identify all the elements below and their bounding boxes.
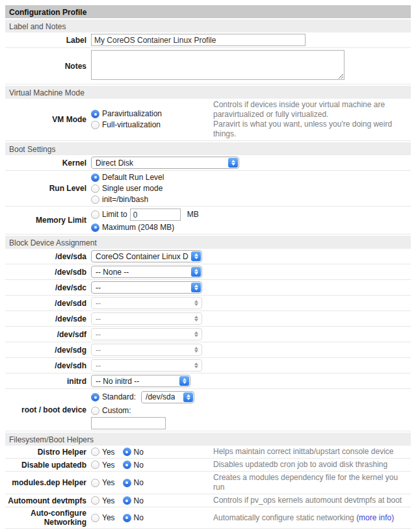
run-level-option-label: Single user mode bbox=[102, 184, 162, 194]
vm-mode-help-line2: Paravirt is what you want, unless you're… bbox=[213, 120, 411, 139]
no-label: No bbox=[134, 496, 144, 505]
radio-custom[interactable] bbox=[91, 407, 99, 415]
sde-select-value: -- bbox=[96, 314, 101, 323]
yes-label: Yes bbox=[102, 478, 115, 487]
auto-configure-networking-label: Auto-configure Networking bbox=[5, 509, 91, 527]
modules-dep-helper-label: modules.dep Helper bbox=[5, 478, 91, 487]
sdd-select-value: -- bbox=[96, 299, 101, 308]
sdh-select-value: -- bbox=[96, 361, 101, 370]
kernel-select-value: Direct Disk bbox=[96, 158, 133, 168]
disable-updatedb-label: Disable updatedb bbox=[5, 461, 91, 470]
radio-automount-yes[interactable] bbox=[91, 496, 99, 505]
section-label-and-notes: Label and Notes bbox=[5, 19, 411, 32]
device-row-sda: /dev/sda CoreOS Container Linux Disk bbox=[5, 249, 411, 264]
disable-updatedb-help: Disables updatedb cron job to avoid disk… bbox=[213, 460, 411, 470]
memory-limit-option-maximum[interactable]: Maximum (2048 MB) bbox=[91, 222, 411, 233]
device-label: /dev/sdf bbox=[5, 330, 91, 339]
radio-limit-to[interactable] bbox=[91, 210, 99, 219]
select-stepper-icon bbox=[191, 251, 201, 261]
radio-single-user-mode[interactable] bbox=[91, 184, 99, 193]
custom-label: Custom: bbox=[102, 406, 131, 416]
label-input[interactable] bbox=[91, 34, 306, 46]
root-option-standard[interactable]: Standard: /dev/sda bbox=[91, 390, 411, 404]
sdg-select-value: -- bbox=[96, 346, 101, 355]
section-filesystem-boot-helpers: Filesystem/Boot Helpers bbox=[5, 433, 411, 446]
run-level-option-default[interactable]: Default Run Level bbox=[91, 172, 411, 183]
radio-disable-updatedb-no[interactable] bbox=[123, 461, 131, 469]
automount-devtmpfs-row: Automount devtmpfs Yes No Controls if pv… bbox=[5, 494, 411, 507]
select-stepper-icon bbox=[191, 345, 201, 355]
run-level-row: Run Level Default Run Level Single user … bbox=[5, 171, 411, 207]
notes-textarea[interactable] bbox=[91, 50, 344, 80]
section-block-device-assignment: Block Device Assignment bbox=[5, 236, 411, 249]
memory-limit-option-limit[interactable]: Limit to MB bbox=[91, 208, 411, 222]
radio-modules-dep-yes[interactable] bbox=[91, 479, 99, 487]
sdc-select[interactable]: -- bbox=[91, 281, 202, 294]
device-label: /dev/sde bbox=[5, 314, 91, 323]
sdf-select[interactable]: -- bbox=[91, 328, 202, 340]
sdf-select-value: -- bbox=[96, 330, 101, 339]
radio-disable-updatedb-yes[interactable] bbox=[91, 461, 99, 469]
yes-label: Yes bbox=[102, 496, 115, 505]
initrd-select-value: -- No initrd -- bbox=[96, 377, 139, 386]
modules-dep-helper-row: modules.dep Helper Yes No Creates a modu… bbox=[5, 472, 411, 494]
kernel-label: Kernel bbox=[5, 158, 91, 168]
radio-modules-dep-no[interactable] bbox=[123, 479, 131, 487]
radio-automount-no[interactable] bbox=[123, 496, 131, 505]
radio-full-virtualization[interactable] bbox=[91, 121, 99, 129]
device-row-sdf: /dev/sdf -- bbox=[5, 327, 411, 342]
sdc-select-value: -- bbox=[96, 283, 101, 292]
sdb-select[interactable]: -- None -- bbox=[91, 266, 202, 278]
distro-helper-row: Distro Helper Yes No Helps maintain corr… bbox=[5, 446, 411, 459]
sde-select[interactable]: -- bbox=[91, 312, 202, 325]
radio-distro-helper-no[interactable] bbox=[123, 448, 131, 456]
radio-init-bin-bash[interactable] bbox=[91, 196, 99, 204]
standard-label: Standard: bbox=[102, 392, 136, 402]
radio-maximum[interactable] bbox=[91, 223, 99, 232]
memory-unit-label: MB bbox=[187, 210, 199, 220]
maximum-label: Maximum (2048 MB) bbox=[102, 223, 174, 233]
no-label: No bbox=[134, 478, 144, 487]
root-option-custom[interactable]: Custom: bbox=[91, 405, 411, 416]
more-info-link[interactable]: (more info) bbox=[356, 513, 394, 522]
run-level-option-label: Default Run Level bbox=[102, 173, 164, 183]
memory-limit-input[interactable] bbox=[130, 209, 181, 221]
standard-device-value: /dev/sda bbox=[146, 392, 175, 402]
radio-standard[interactable] bbox=[91, 393, 99, 401]
device-row-sdg: /dev/sdg -- bbox=[5, 342, 411, 358]
run-level-option-init-bash[interactable]: init=/bin/bash bbox=[91, 194, 411, 205]
radio-distro-helper-yes[interactable] bbox=[91, 448, 99, 456]
select-stepper-icon bbox=[191, 314, 201, 323]
sdh-select[interactable]: -- bbox=[91, 359, 202, 372]
initrd-select[interactable]: -- No initrd -- bbox=[91, 375, 190, 387]
sdd-select[interactable]: -- bbox=[91, 297, 202, 309]
root-boot-device-row: root / boot device Standard: /dev/sda Cu… bbox=[5, 389, 411, 431]
vm-mode-option-full-virtualization[interactable]: Full-virtualization bbox=[91, 120, 213, 131]
yes-label: Yes bbox=[102, 513, 115, 522]
select-stepper-icon bbox=[191, 361, 201, 370]
vm-option-label: Paravirtualization bbox=[102, 109, 162, 119]
kernel-row: Kernel Direct Disk bbox=[5, 155, 411, 171]
run-level-option-single-user[interactable]: Single user mode bbox=[91, 183, 411, 194]
device-row-sde: /dev/sde -- bbox=[5, 311, 411, 327]
standard-device-select[interactable]: /dev/sda bbox=[141, 391, 194, 403]
distro-helper-label: Distro Helper bbox=[5, 448, 91, 457]
select-stepper-icon bbox=[191, 267, 201, 277]
select-stepper-icon bbox=[228, 158, 238, 168]
notes-field-label: Notes bbox=[5, 62, 91, 71]
initrd-row: initrd -- No initrd -- bbox=[5, 374, 411, 389]
vm-mode-option-paravirtualization[interactable]: Paravirtualization bbox=[91, 109, 213, 120]
kernel-select[interactable]: Direct Disk bbox=[91, 157, 239, 169]
device-label: /dev/sdd bbox=[5, 299, 91, 308]
radio-paravirtualization[interactable] bbox=[91, 110, 99, 118]
radio-auto-configure-no[interactable] bbox=[123, 514, 131, 522]
sda-select-value: CoreOS Container Linux Disk bbox=[96, 252, 188, 261]
device-row-sdd: /dev/sdd -- bbox=[5, 296, 411, 311]
no-label: No bbox=[134, 513, 144, 522]
custom-root-input[interactable] bbox=[91, 417, 166, 429]
sda-select[interactable]: CoreOS Container Linux Disk bbox=[91, 250, 202, 262]
radio-auto-configure-yes[interactable] bbox=[91, 514, 99, 522]
radio-default-run-level[interactable] bbox=[91, 173, 99, 182]
sdg-select[interactable]: -- bbox=[91, 344, 202, 356]
select-stepper-icon bbox=[179, 376, 189, 386]
